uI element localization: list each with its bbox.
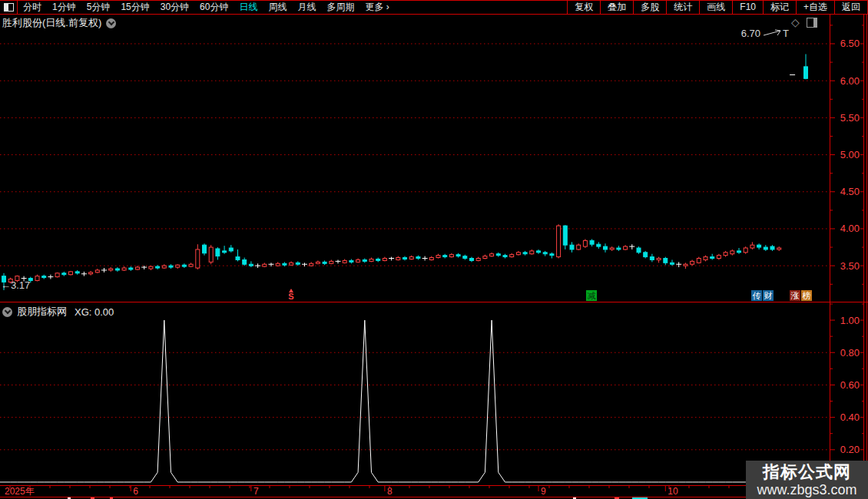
candle-body (236, 257, 240, 260)
layout-toggle-button[interactable] (0, 1, 18, 14)
indicator-axis-label: 0.40 (840, 411, 860, 423)
candle-body (182, 265, 186, 266)
watermark-url: www.zbgs3.com (746, 482, 868, 497)
indicator-axis-label: 0.20 (840, 444, 860, 455)
candle-body (764, 247, 767, 250)
period-tab-5[interactable]: 60分钟 (194, 1, 234, 14)
price-axis-label: 5.50 (840, 112, 860, 124)
candle-body (189, 264, 193, 266)
chevron-down-icon[interactable] (106, 18, 116, 28)
event-badge-char: 减 (588, 291, 596, 300)
diamond-icon[interactable]: ◇ (791, 17, 800, 28)
candle-body (650, 257, 654, 260)
candle-body (89, 273, 93, 274)
candle-body (691, 261, 694, 264)
candle-body (483, 256, 487, 259)
action-button-8[interactable]: 返回 (834, 1, 868, 14)
indicator-line (0, 320, 830, 482)
candle-body (149, 266, 153, 269)
event-badge-char: 榜 (803, 291, 811, 300)
action-button-5[interactable]: F10 (732, 1, 763, 14)
candle-body (209, 247, 213, 262)
target-arrow (775, 30, 780, 31)
candle-body (283, 263, 287, 265)
period-tab-8[interactable]: 月线 (292, 1, 321, 14)
period-tab-4[interactable]: 30分钟 (155, 1, 194, 14)
candle-body (463, 256, 467, 259)
candle-body (604, 246, 608, 250)
candle-body (122, 268, 126, 270)
page-title: 胜利股份(日线.前复权) (2, 16, 101, 30)
toolbar-actions: 复权叠加多股统计画线F10标记+自选返回 (567, 1, 868, 14)
candle-body (330, 261, 333, 263)
candle-body (129, 268, 133, 269)
action-button-2[interactable]: 多股 (633, 1, 666, 14)
candle-body (750, 245, 754, 248)
candle-body (376, 259, 380, 260)
candle-body (229, 248, 233, 251)
chart-canvas[interactable]: 3.504.004.505.005.506.006.500.200.400.60… (0, 15, 868, 499)
period-tab-6[interactable]: 日线 (234, 1, 263, 14)
date-axis-month-label: 9 (541, 486, 546, 497)
candle-body (637, 248, 641, 253)
action-button-6[interactable]: 标记 (763, 1, 796, 14)
candle-body (109, 269, 113, 270)
event-badge-char: 财 (764, 291, 773, 300)
candle-body (290, 263, 293, 265)
period-tab-3[interactable]: 15分钟 (115, 1, 154, 14)
chart-corner-icons: ◇ (791, 17, 817, 28)
period-tab-9[interactable]: 多周期 (321, 1, 359, 14)
date-axis-month-label: 10 (668, 486, 678, 497)
watermark-title: 指标公式网 (746, 461, 868, 482)
candle-body (369, 259, 373, 261)
candle-body (310, 263, 313, 266)
candle-body (456, 255, 460, 256)
candle-body (249, 264, 253, 266)
candle-body (770, 246, 774, 250)
candle-body (503, 256, 507, 257)
candle-body (496, 254, 500, 256)
candle-body (75, 272, 79, 273)
indicator-axis-label: 0.80 (840, 347, 860, 359)
candle-body (176, 265, 180, 267)
candle-body (624, 246, 628, 250)
toolbar: 分时1分钟5分钟15分钟30分钟60分钟日线周线月线多周期更多 › 复权叠加多股… (0, 0, 868, 15)
trading-app-window: 分时1分钟5分钟15分钟30分钟60分钟日线周线月线多周期更多 › 复权叠加多股… (0, 0, 868, 499)
candle-body (711, 257, 714, 259)
action-button-0[interactable]: 复权 (567, 1, 600, 14)
panel-split-icon[interactable] (807, 18, 817, 28)
candle-body (62, 273, 66, 275)
candle-body (323, 262, 326, 263)
candle-body (436, 256, 440, 258)
candle-body (363, 259, 366, 261)
candle-body (162, 266, 166, 268)
action-button-7[interactable]: +自选 (796, 1, 834, 14)
action-button-3[interactable]: 统计 (666, 1, 699, 14)
candle-body (276, 263, 280, 266)
period-tab-10[interactable]: 更多 › (359, 1, 394, 14)
candle-body (350, 260, 353, 262)
period-tab-0[interactable]: 分时 (18, 1, 47, 14)
period-tab-7[interactable]: 周线 (263, 1, 292, 14)
candle-body (343, 260, 346, 263)
candle-body (203, 245, 207, 253)
candle-body (243, 259, 247, 264)
candle-body (263, 264, 267, 266)
price-axis-label: 6.00 (840, 75, 860, 87)
candle-body (724, 253, 727, 256)
candle-body (757, 245, 761, 247)
low-price-annotation: ←3.17 (1, 279, 30, 291)
candle-body (396, 258, 400, 260)
action-button-4[interactable]: 画线 (699, 1, 732, 14)
candle-body (510, 255, 514, 257)
period-tab-2[interactable]: 5分钟 (81, 1, 116, 14)
target-suffix: T (783, 28, 789, 39)
candle-body (470, 259, 474, 261)
period-tab-1[interactable]: 1分钟 (47, 1, 81, 14)
action-button-1[interactable]: 叠加 (600, 1, 633, 14)
indicator-chevron-icon[interactable] (2, 307, 12, 317)
candle-body (296, 263, 300, 264)
candle-body (557, 226, 561, 256)
price-axis-label: 5.00 (840, 149, 860, 160)
candle-body (403, 258, 407, 259)
